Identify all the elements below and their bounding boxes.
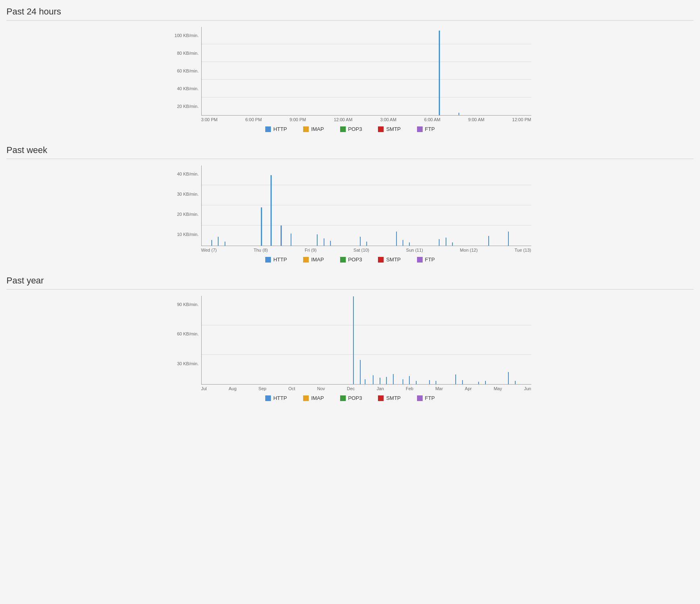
legend-week: HTTP IMAP POP3 SMTP FTP [265,256,435,263]
data-bar [373,375,374,384]
x-axis-24h: 3:00 PM 6:00 PM 9:00 PM 12:00 AM 3:00 AM… [201,116,531,122]
x-label: Nov [317,386,325,391]
data-bar [380,378,380,384]
legend-color-ftp [417,257,423,263]
x-label: Sat (10) [353,248,369,252]
grid-line [202,225,531,225]
legend-item-smtp: SMTP [378,395,401,401]
data-bar [429,380,430,384]
past-week-section: Past week 40 KB/min. 30 KB/min. 20 KB/mi… [6,145,694,263]
data-bar [452,242,453,246]
y-label: 10 KB/min. [177,232,199,237]
data-bar [317,234,318,246]
data-bar [218,237,219,246]
y-label: 80 KB/min. [177,51,199,56]
legend-item-imap: IMAP [303,395,324,401]
legend-label-smtp: SMTP [386,126,401,132]
x-label: 3:00 AM [380,117,396,122]
legend-color-http [265,395,271,401]
x-label: 3:00 PM [201,117,218,122]
x-label: Aug [229,386,237,391]
data-bar [439,239,440,246]
x-label: 6:00 PM [245,117,262,122]
legend-label-imap: IMAP [311,256,324,263]
legend-item-http: HTTP [265,256,287,263]
y-axis-year: 90 KB/min. 60 KB/min. 30 KB/min. [169,302,201,391]
chart-container-week: 40 KB/min. 30 KB/min. 20 KB/min. 10 KB/m… [169,165,531,252]
section-title-week: Past week [6,145,694,159]
legend-label-pop3: POP3 [348,256,362,263]
legend-color-pop3 [340,126,346,132]
data-bar [515,381,516,384]
legend-color-http [265,126,271,132]
plot-area-24h [201,27,531,116]
y-label: 40 KB/min. [177,172,199,176]
y-axis-week: 40 KB/min. 30 KB/min. 20 KB/min. 10 KB/m… [169,172,201,252]
chart-area-year: 90 KB/min. 60 KB/min. 30 KB/min. [6,296,694,401]
past-24-hours-section: Past 24 hours 100 KB/min. 80 KB/min. 60 … [6,6,694,132]
data-bar [365,379,365,384]
x-label: May [494,386,502,391]
x-label: Feb [406,386,413,391]
chart-area-week: 40 KB/min. 30 KB/min. 20 KB/min. 10 KB/m… [6,165,694,263]
legend-year: HTTP IMAP POP3 SMTP FTP [265,395,435,401]
legend-label-http: HTTP [273,256,287,263]
legend-color-pop3 [340,395,346,401]
x-label: 12:00 AM [334,117,352,122]
x-label: Jun [524,386,531,391]
data-bar [330,241,331,246]
x-label: Sep [258,386,266,391]
data-bar [455,374,456,384]
x-label: Fri (9) [305,248,316,252]
legend-color-smtp [378,395,384,401]
section-title-year: Past year [6,275,694,290]
legend-item-imap: IMAP [303,126,324,132]
legend-item-pop3: POP3 [340,126,362,132]
chart-container-24h: 100 KB/min. 80 KB/min. 60 KB/min. 40 KB/… [169,27,531,122]
legend-label-ftp: FTP [425,126,435,132]
legend-item-http: HTTP [265,126,287,132]
grid-line [202,325,531,325]
x-label: Apr [465,386,472,391]
data-bar [393,374,394,384]
x-label: Mar [435,386,443,391]
x-label: Sun (11) [406,248,423,252]
data-bar [508,372,509,384]
data-bar [488,236,489,246]
y-label: 20 KB/min. [177,104,199,109]
data-bar [446,238,446,246]
legend-label-imap: IMAP [311,126,324,132]
data-bar [261,207,262,246]
chart-inner-24h: 3:00 PM 6:00 PM 9:00 PM 12:00 AM 3:00 AM… [201,27,531,122]
grid-line [202,205,531,205]
y-label: 60 KB/min. [177,332,199,336]
legend-color-ftp [417,395,423,401]
x-label: Oct [288,386,295,391]
legend-label-http: HTTP [273,395,287,401]
legend-label-smtp: SMTP [386,256,401,263]
data-bar [508,232,509,246]
data-bar [436,381,436,384]
legend-color-imap [303,126,309,132]
legend-color-imap [303,257,309,263]
chart-container-year: 90 KB/min. 60 KB/min. 30 KB/min. [169,296,531,391]
y-label: 30 KB/min. [177,192,199,197]
legend-label-pop3: POP3 [348,126,362,132]
data-bar [485,381,486,384]
past-year-section: Past year 90 KB/min. 60 KB/min. 30 KB/mi… [6,275,694,401]
x-label: Thu (8) [254,248,268,252]
chart-inner-year: Jul Aug Sep Oct Nov Dec Jan Feb Mar Apr … [201,296,531,391]
legend-color-imap [303,395,309,401]
legend-label-http: HTTP [273,126,287,132]
data-bar [409,242,410,246]
legend-color-smtp [378,126,384,132]
data-bar [271,175,272,246]
legend-color-pop3 [340,257,346,263]
legend-color-smtp [378,257,384,263]
plot-area-year [201,296,531,385]
grid-line [202,62,531,62]
x-axis-year: Jul Aug Sep Oct Nov Dec Jan Feb Mar Apr … [201,385,531,391]
legend-label-pop3: POP3 [348,395,362,401]
data-bar [353,296,354,384]
data-bar [403,240,403,246]
